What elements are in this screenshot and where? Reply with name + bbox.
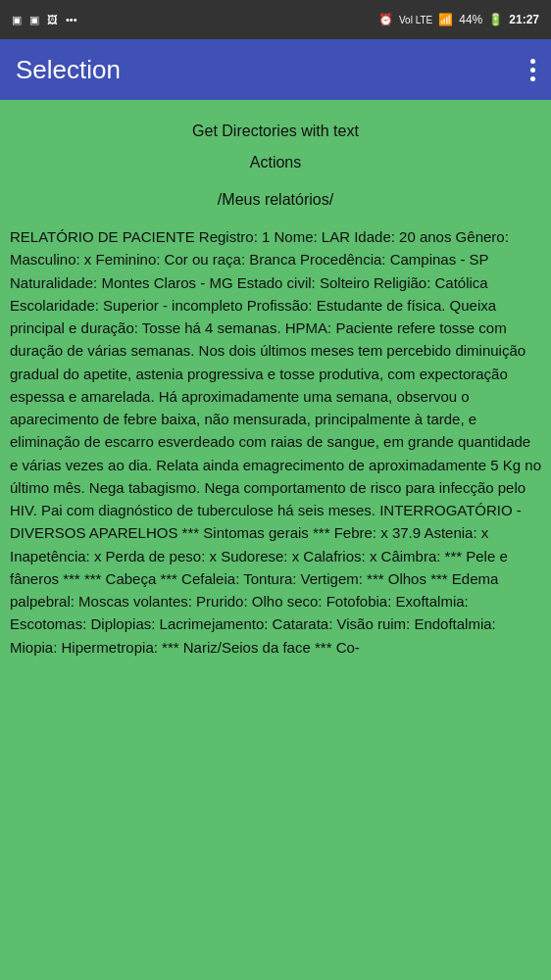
status-bar: ▣ ▣ 🖼 ••• ⏰ Vol LTE 📶 44% 🔋 21:27 [0,0,551,39]
status-icon-4: ••• [66,14,77,25]
menu-button[interactable] [530,59,535,81]
dot-1 [530,59,535,64]
status-icon-1: ▣ [12,14,22,26]
wifi-icon: 📶 [438,13,453,26]
status-bar-right: ⏰ Vol LTE 📶 44% 🔋 21:27 [378,13,539,26]
dot-2 [530,68,535,73]
dot-3 [530,76,535,81]
meus-relatorios-label: /Meus relatórios/ [10,188,541,212]
time-label: 21:27 [509,13,539,26]
status-icon-2: ▣ [29,14,39,26]
main-content: Get Directories with text Actions /Meus … [0,100,551,980]
get-directories-header: Get Directories with text [10,120,541,143]
status-bar-left: ▣ ▣ 🖼 ••• [12,14,77,26]
vol-lte-label: Vol LTE [399,15,432,25]
app-bar: Selection [0,39,551,100]
battery-label: 44% [459,13,482,26]
app-bar-title: Selection [16,55,121,85]
status-icon-3: 🖼 [47,14,58,25]
battery-icon: 🔋 [488,13,503,26]
report-body: RELATÓRIO DE PACIENTE Registro: 1 Nome: … [10,225,541,659]
actions-header: Actions [10,151,541,174]
alarm-icon: ⏰ [378,13,393,26]
